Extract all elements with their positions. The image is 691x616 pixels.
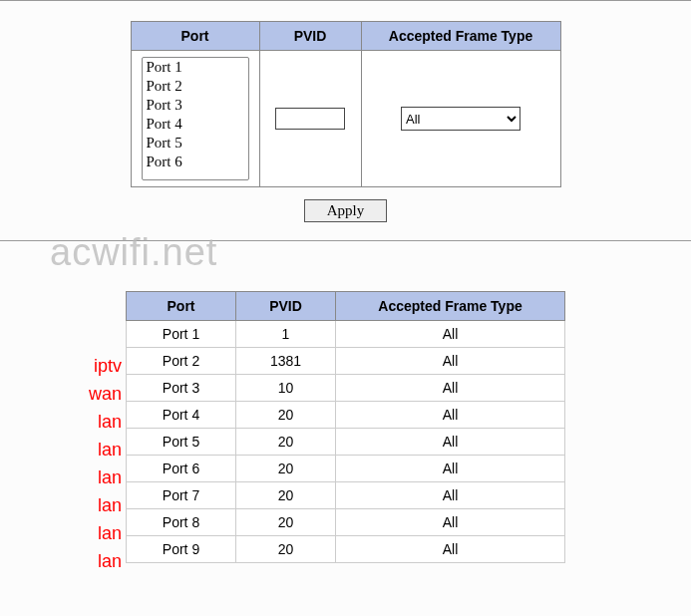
port-option[interactable]: Port 6 <box>143 153 248 171</box>
table-cell-port: Port 8 <box>127 509 236 536</box>
port-option[interactable]: Port 3 <box>143 96 248 115</box>
table-cell-pvid: 20 <box>236 456 336 482</box>
table-cell-aft: All <box>336 536 565 563</box>
apply-button[interactable]: Apply <box>304 199 388 222</box>
table-cell-pvid: 20 <box>236 536 336 563</box>
row-annotation: lan <box>76 519 122 547</box>
table-cell-port: Port 5 <box>127 429 236 456</box>
table-cell-port: Port 4 <box>127 402 236 429</box>
config-header-aft: Accepted Frame Type <box>361 22 560 51</box>
table-cell-pvid: 20 <box>236 482 336 509</box>
row-annotation: lan <box>76 463 122 491</box>
port-listbox[interactable]: Port 1Port 2Port 3Port 4Port 5Port 6 <box>142 57 249 180</box>
table-cell-port: Port 2 <box>127 348 236 375</box>
table-cell-port: Port 7 <box>127 482 236 509</box>
config-header-port: Port <box>131 22 259 51</box>
table-row: Port 11All <box>127 321 565 348</box>
table-row: Port 920All <box>127 536 565 563</box>
table-cell-aft: All <box>336 402 565 429</box>
port-option[interactable]: Port 5 <box>143 134 248 153</box>
table-cell-pvid: 20 <box>236 429 336 456</box>
port-option[interactable]: Port 4 <box>143 115 248 134</box>
table-cell-aft: All <box>336 509 565 536</box>
table-cell-port: Port 3 <box>127 375 236 402</box>
data-header-port: Port <box>127 292 236 321</box>
data-header-aft: Accepted Frame Type <box>336 292 565 321</box>
table-cell-port: Port 6 <box>127 456 236 482</box>
table-cell-pvid: 1 <box>236 321 336 348</box>
table-row: Port 620All <box>127 456 565 482</box>
row-annotation: lan <box>76 436 122 463</box>
data-header-pvid: PVID <box>236 292 336 321</box>
table-cell-pvid: 20 <box>236 402 336 429</box>
row-annotation: wan <box>76 380 122 408</box>
table-row: Port 520All <box>127 429 565 456</box>
row-labels: iptvwanlanlanlanlanlanlan <box>76 324 122 575</box>
table-cell-pvid: 1381 <box>236 348 336 375</box>
row-annotation: lan <box>76 408 122 436</box>
table-cell-aft: All <box>336 456 565 482</box>
port-option[interactable]: Port 2 <box>143 77 248 96</box>
table-row: Port 310All <box>127 375 565 402</box>
table-cell-aft: All <box>336 429 565 456</box>
row-annotation: iptv <box>76 352 122 380</box>
table-cell-aft: All <box>336 348 565 375</box>
table-cell-pvid: 10 <box>236 375 336 402</box>
table-row: Port 21381All <box>127 348 565 375</box>
config-table: Port PVID Accepted Frame Type Port 1Port… <box>131 21 561 187</box>
table-cell-aft: All <box>336 321 565 348</box>
table-row: Port 420All <box>127 402 565 429</box>
table-cell-aft: All <box>336 482 565 509</box>
table-cell-port: Port 1 <box>127 321 236 348</box>
config-header-pvid: PVID <box>259 22 361 51</box>
row-annotation: lan <box>76 547 122 575</box>
pvid-data-section: iptvwanlanlanlanlanlanlan Port PVID Acce… <box>0 241 691 566</box>
table-row: Port 820All <box>127 509 565 536</box>
data-table: Port PVID Accepted Frame Type Port 11All… <box>126 291 565 563</box>
accepted-frame-type-select[interactable]: All <box>401 107 520 131</box>
pvid-config-section: Port PVID Accepted Frame Type Port 1Port… <box>0 1 691 240</box>
table-cell-aft: All <box>336 375 565 402</box>
table-row: Port 720All <box>127 482 565 509</box>
table-cell-port: Port 9 <box>127 536 236 563</box>
pvid-input[interactable] <box>275 108 345 130</box>
row-annotation <box>76 324 122 352</box>
table-cell-pvid: 20 <box>236 509 336 536</box>
port-option[interactable]: Port 1 <box>143 58 248 77</box>
row-annotation: lan <box>76 491 122 519</box>
